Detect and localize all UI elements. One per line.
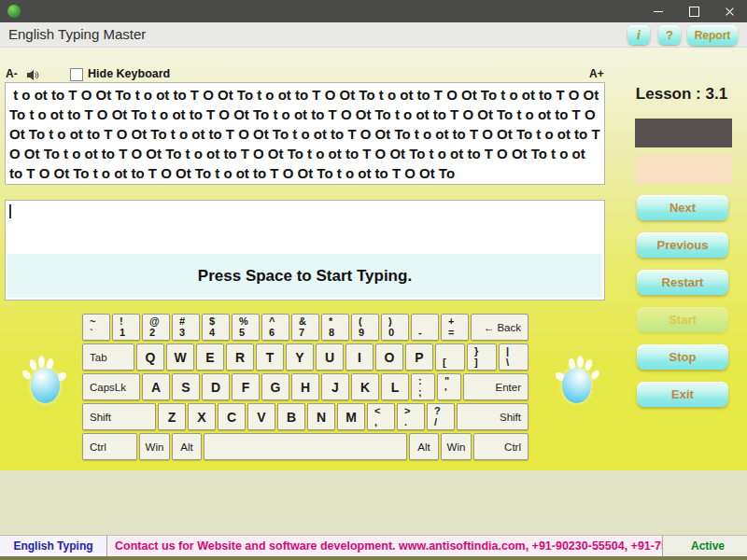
report-button[interactable]: Report xyxy=(687,25,738,46)
key-8: *8 xyxy=(321,314,349,341)
font-increase-button[interactable]: A+ xyxy=(589,67,604,81)
key-4: $4 xyxy=(202,314,230,341)
key-n: N xyxy=(307,403,335,430)
header-bar: English Typing Master i ? Report xyxy=(0,22,747,48)
key-o: O xyxy=(375,343,403,371)
display-panel-peach xyxy=(635,155,732,184)
key-back: ← Back xyxy=(471,314,529,341)
close-button[interactable] xyxy=(712,0,747,22)
info-button[interactable]: i xyxy=(627,25,650,45)
key-\: |\ xyxy=(499,343,529,371)
status-active-user: Active User : xyxy=(663,536,747,557)
key-m: M xyxy=(337,403,365,430)
hide-keyboard-checkbox[interactable] xyxy=(70,68,83,81)
key-s: S xyxy=(172,373,200,400)
key-1: !1 xyxy=(112,314,140,341)
key-6: ^6 xyxy=(261,314,289,341)
restart-button[interactable]: Restart xyxy=(637,270,728,295)
key-r: R xyxy=(226,343,254,371)
lesson-text: t o ot to T O Ot To t o ot to T O Ot To … xyxy=(6,83,604,185)
maximize-icon xyxy=(689,7,699,17)
start-button: Start xyxy=(637,307,728,332)
keyboard-row: TabQWERTYUIOP[}]|\ xyxy=(82,343,529,371)
prompt-band: Press Space to Start Typing. xyxy=(7,254,602,298)
key-enter: Enter xyxy=(463,373,529,400)
key-7: &7 xyxy=(291,314,319,341)
key-i: I xyxy=(345,343,374,371)
key-l: L xyxy=(381,373,409,400)
key-p: P xyxy=(405,343,433,371)
key-x: X xyxy=(188,403,216,430)
key-9: (9 xyxy=(351,314,379,341)
key-j: J xyxy=(321,373,349,400)
keyboard-row: CtrlWinAltAltWinCtrl xyxy=(82,433,529,460)
key-/: ?/ xyxy=(427,403,455,430)
virtual-keyboard: ~`!1@2#3$4%5^6&7*8(9)0-+=← BackTabQWERTY… xyxy=(82,314,529,463)
font-decrease-button[interactable]: A- xyxy=(6,67,18,81)
bottom-strip xyxy=(0,556,747,560)
key-c: C xyxy=(218,403,246,430)
app-icon xyxy=(7,5,21,18)
key-a: A xyxy=(142,373,170,400)
key-5: %5 xyxy=(232,314,260,341)
key-': "' xyxy=(437,373,461,400)
key-2: @2 xyxy=(142,314,170,341)
key-shift: Shift xyxy=(457,403,529,430)
close-icon xyxy=(725,7,735,17)
key-0: )0 xyxy=(381,314,409,341)
lesson-text-display: t o ot to T O Ot To t o ot to T O Ot To … xyxy=(5,82,605,185)
key-b: B xyxy=(277,403,305,430)
key-k: K xyxy=(351,373,379,400)
key-q: Q xyxy=(136,343,164,371)
text-caret xyxy=(9,204,11,218)
key-=: += xyxy=(441,314,469,341)
typing-input-area[interactable]: Press Space to Start Typing. xyxy=(5,200,605,301)
key-v: V xyxy=(247,403,275,430)
minimize-button[interactable] xyxy=(641,0,676,22)
key-y: Y xyxy=(286,343,314,371)
status-marquee: Contact us for Website and software deve… xyxy=(107,536,663,557)
lesson-controls: NextPreviousRestartStartStopExit xyxy=(637,195,728,419)
key-t: T xyxy=(256,343,284,371)
window-controls xyxy=(641,0,747,22)
display-panel-dark xyxy=(635,119,732,147)
key-ctrl: Ctrl xyxy=(473,433,529,460)
key-tab: Tab xyxy=(82,343,134,371)
previous-button[interactable]: Previous xyxy=(637,232,728,258)
help-button[interactable]: ? xyxy=(658,25,681,45)
key-.: >. xyxy=(397,403,425,430)
key-ctrl: Ctrl xyxy=(82,433,137,460)
status-bar: English Typing Master Contact us for Web… xyxy=(0,535,747,557)
key-f: F xyxy=(232,373,260,400)
key-d: D xyxy=(202,373,230,400)
left-hand-icon xyxy=(23,356,66,404)
keyboard-row: ShiftZXCVBNM<,>.?/Shift xyxy=(82,403,529,430)
key-alt: Alt xyxy=(172,433,202,460)
key-w: W xyxy=(166,343,194,371)
key-alt: Alt xyxy=(409,433,439,460)
speaker-icon[interactable] xyxy=(26,68,39,80)
key-win: Win xyxy=(441,433,472,460)
right-hand-icon xyxy=(556,356,599,404)
status-app-name: English Typing Master xyxy=(0,536,107,557)
key-win: Win xyxy=(139,433,170,460)
key-z: Z xyxy=(158,403,186,430)
key-e: E xyxy=(196,343,224,371)
key-`: ~` xyxy=(82,314,110,341)
exit-button[interactable]: Exit xyxy=(637,382,728,407)
key-shift: Shift xyxy=(82,403,156,430)
app-window: English Typing Master i ? Report A- Hide… xyxy=(0,0,747,560)
maximize-button[interactable] xyxy=(676,0,712,22)
lower-band xyxy=(0,470,747,535)
app-title: English Typing Master xyxy=(8,22,146,47)
key-g: G xyxy=(261,373,289,400)
key-capslk: CapsLk xyxy=(82,373,140,400)
key-[: [ xyxy=(435,343,465,371)
next-button[interactable]: Next xyxy=(637,195,728,220)
stop-button[interactable]: Stop xyxy=(637,344,728,370)
lesson-title: Lesson : 3.1 xyxy=(616,85,747,104)
key-]: }] xyxy=(467,343,497,371)
key-;: :; xyxy=(411,373,435,400)
hide-keyboard-label: Hide Keyboard xyxy=(88,67,170,80)
minimize-icon xyxy=(654,11,663,12)
